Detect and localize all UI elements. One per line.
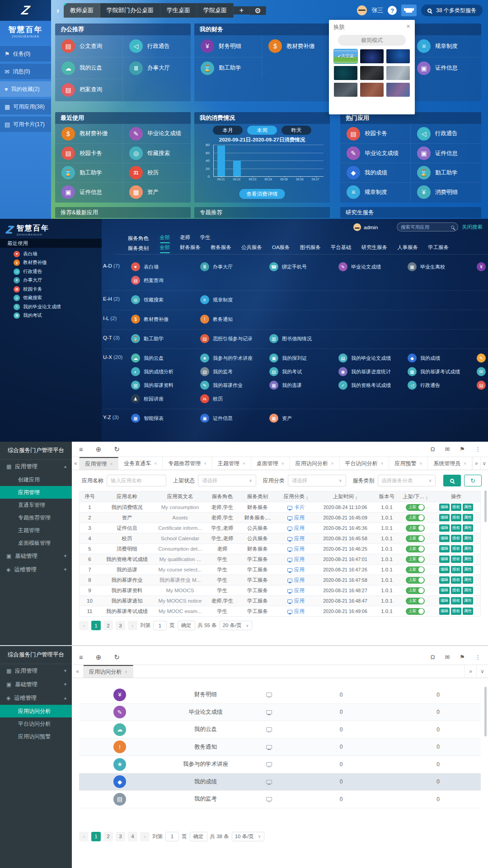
close-tab-icon[interactable]: ×: [331, 461, 334, 466]
property-button[interactable]: 属性: [463, 566, 473, 573]
publish-toggle[interactable]: 上架: [406, 566, 425, 573]
menu-item[interactable]: ◈运维管理▼: [0, 563, 72, 576]
app-item[interactable]: ▤校园卡务: [340, 124, 411, 143]
property-button[interactable]: 属性: [463, 597, 473, 604]
tabs-scroll-left-icon[interactable]: «: [72, 665, 84, 678]
app-item[interactable]: ▣证件信息: [55, 182, 123, 202]
app-item[interactable]: ▤校园卡务: [55, 143, 123, 163]
content-tab[interactable]: 应用访问分析×: [84, 665, 133, 678]
menu-item[interactable]: ▣基础管理▼: [0, 678, 72, 691]
scrollbar[interactable]: [484, 687, 487, 736]
page-number-button[interactable]: 4: [128, 832, 137, 841]
property-button[interactable]: 属性: [463, 608, 473, 615]
prev-page-button[interactable]: ‹: [79, 832, 89, 841]
app-item[interactable]: ✓我的资格考试成绩: [338, 378, 408, 392]
app-item[interactable]: ◆我的成绩: [408, 351, 477, 365]
sidebar-item[interactable]: ✉消息(0): [0, 64, 51, 79]
close-tab-icon[interactable]: ×: [125, 670, 127, 675]
kebab-menu-icon[interactable]: ⋮: [475, 446, 481, 453]
app-item[interactable]: ⌛勤工助学: [55, 163, 123, 182]
app-item[interactable]: ▤档案查询: [131, 274, 200, 287]
page-number-button[interactable]: 2: [103, 621, 113, 630]
category-option[interactable]: 人事服务: [397, 244, 418, 252]
authorize-button[interactable]: 授权: [451, 545, 461, 552]
app-item[interactable]: ▤校园卡务: [477, 378, 488, 392]
app-item[interactable]: !教务通知: [200, 312, 269, 326]
authorize-button[interactable]: 授权: [451, 535, 461, 542]
add-desktop-button[interactable]: +: [234, 6, 250, 14]
app-item[interactable]: $教材费补缴: [55, 124, 123, 143]
menu-item[interactable]: ▦应用管理▼: [0, 664, 72, 678]
edit-button[interactable]: 编辑: [439, 597, 450, 604]
content-tab[interactable]: 主题管理×: [212, 457, 251, 470]
publish-toggle[interactable]: 上架: [406, 504, 425, 511]
cell-class-link[interactable]: 应用: [277, 525, 315, 532]
app-item[interactable]: Ⅲ办事大厅: [123, 57, 191, 79]
close-tab-icon[interactable]: ×: [243, 461, 245, 466]
sidebar-item[interactable]: ⚑任务(0): [0, 46, 51, 61]
recent-app-item[interactable]: $教材费补缴: [0, 259, 102, 268]
app-item[interactable]: ▤我的考试: [269, 365, 338, 378]
service-select[interactable]: 选择服务分类∨: [378, 475, 436, 486]
minimal-mode-button[interactable]: 极简模式: [338, 35, 406, 46]
app-item[interactable]: ▤我的监考: [200, 365, 269, 378]
app-item[interactable]: ▣我的报到证: [269, 351, 338, 365]
app-item[interactable]: ▤公文查询: [55, 35, 123, 57]
cell-class-link[interactable]: 应用: [277, 587, 315, 594]
authorize-button[interactable]: 授权: [451, 576, 461, 584]
content-tab[interactable]: 应用预警×: [389, 457, 428, 470]
sort-icon[interactable]: ▲▼: [425, 496, 427, 500]
publish-toggle[interactable]: 上架: [406, 525, 425, 532]
authorize-button[interactable]: 授权: [451, 524, 461, 532]
app-item[interactable]: ☁我的云盘: [55, 57, 123, 79]
range-tab[interactable]: 昨天: [282, 126, 311, 135]
app-item[interactable]: ▦我的慕课考试成绩: [408, 365, 477, 378]
sort-icon[interactable]: ▲▼: [306, 496, 308, 500]
app-item[interactable]: ▥我的慕课资料: [131, 378, 200, 392]
category-option[interactable]: 研究生服务: [361, 244, 388, 252]
desktop-tab[interactable]: 教师桌面: [64, 3, 100, 18]
property-button[interactable]: 属性: [463, 587, 473, 594]
app-item[interactable]: 31校历: [123, 163, 191, 182]
range-tab[interactable]: 本周: [247, 126, 277, 135]
submenu-item[interactable]: 桌面模板管理: [0, 537, 72, 549]
next-page-button[interactable]: ›: [140, 832, 150, 841]
next-page-button[interactable]: ›: [128, 621, 137, 630]
menu-item[interactable]: ◈运维管理▲: [0, 691, 72, 705]
sort-icon[interactable]: ▲▼: [355, 496, 357, 500]
cell-class-link[interactable]: 应用: [277, 608, 315, 615]
app-item[interactable]: ▣证件信息: [411, 143, 481, 163]
page-number-button[interactable]: 1: [91, 832, 101, 841]
app-item[interactable]: ◎馆藏搜索: [123, 143, 191, 163]
app-item[interactable]: ≡规章制度: [340, 182, 411, 202]
publish-toggle[interactable]: 上架: [406, 514, 425, 521]
edit-button[interactable]: 编辑: [439, 566, 450, 573]
recent-app-item[interactable]: ♥表白墙: [0, 250, 102, 259]
app-item[interactable]: ¥财务明细: [477, 260, 488, 274]
cell-class-link[interactable]: 应用: [277, 556, 315, 563]
edit-button[interactable]: 编辑: [439, 556, 450, 563]
publish-toggle[interactable]: 上架: [406, 587, 425, 594]
content-tab[interactable]: 专题推荐管理×: [163, 457, 212, 470]
publish-toggle[interactable]: 上架: [406, 598, 425, 604]
sidebar-item[interactable]: ♥我的收藏(2): [0, 81, 51, 97]
app-item[interactable]: ▦智能报表: [131, 411, 200, 425]
sidebar-item[interactable]: ▤可用卡片(17): [0, 117, 51, 132]
edit-button[interactable]: 编辑: [439, 545, 450, 552]
submenu-item[interactable]: 创建应用: [0, 473, 72, 486]
scrollbar[interactable]: [484, 491, 487, 522]
role-option[interactable]: 全部: [160, 234, 170, 242]
submenu-item[interactable]: 专题推荐管理: [0, 511, 72, 524]
cell-class-link[interactable]: 卡片: [277, 504, 315, 511]
app-item[interactable]: ✎毕业论文成绩: [338, 260, 408, 274]
app-item[interactable]: ♥表白墙: [131, 260, 200, 274]
app-item[interactable]: ▤思想引领参与记录: [200, 332, 269, 345]
app-item[interactable]: ◁行政通告: [123, 35, 191, 57]
app-item[interactable]: 31校历: [200, 392, 269, 406]
settings-gear-icon[interactable]: ⚙: [250, 6, 266, 15]
user-avatar[interactable]: [353, 223, 361, 231]
close-tab-icon[interactable]: ×: [381, 461, 384, 466]
page-number-button[interactable]: 3: [116, 832, 125, 841]
app-item[interactable]: $教材费补缴: [131, 312, 200, 326]
app-item[interactable]: ¥消费明细: [411, 182, 481, 202]
